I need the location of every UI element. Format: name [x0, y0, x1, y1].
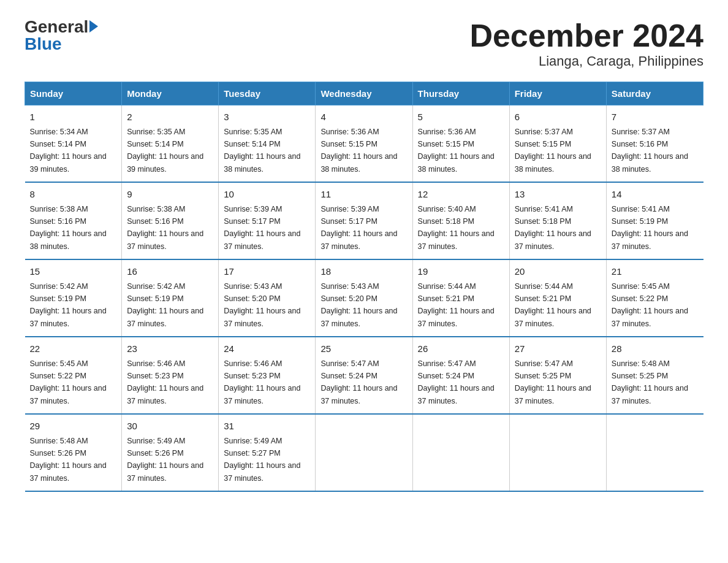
header-monday: Monday [122, 82, 219, 105]
logo: General Blue [25, 18, 98, 53]
day-info: Sunrise: 5:39 AMSunset: 5:17 PMDaylight:… [224, 205, 300, 251]
title-block: December 2024 Lianga, Caraga, Philippine… [469, 18, 703, 69]
calendar-cell [316, 414, 412, 491]
day-number: 23 [127, 342, 213, 356]
day-info: Sunrise: 5:42 AMSunset: 5:19 PMDaylight:… [30, 282, 107, 328]
calendar-cell: 9Sunrise: 5:38 AMSunset: 5:16 PMDaylight… [122, 182, 219, 259]
day-info: Sunrise: 5:36 AMSunset: 5:15 PMDaylight:… [320, 128, 397, 174]
calendar-cell [412, 414, 509, 491]
calendar-cell: 2Sunrise: 5:35 AMSunset: 5:14 PMDaylight… [122, 105, 219, 183]
week-row-4: 22Sunrise: 5:45 AMSunset: 5:22 PMDayligh… [25, 337, 703, 414]
calendar-cell: 13Sunrise: 5:41 AMSunset: 5:18 PMDayligh… [509, 182, 606, 259]
day-info: Sunrise: 5:47 AMSunset: 5:24 PMDaylight:… [320, 359, 397, 405]
day-info: Sunrise: 5:45 AMSunset: 5:22 PMDaylight:… [612, 282, 688, 328]
day-number: 30 [127, 419, 213, 434]
calendar-cell: 8Sunrise: 5:38 AMSunset: 5:16 PMDaylight… [25, 182, 122, 259]
logo-general: General [25, 18, 88, 36]
calendar-cell: 29Sunrise: 5:48 AMSunset: 5:26 PMDayligh… [25, 414, 122, 491]
day-info: Sunrise: 5:41 AMSunset: 5:18 PMDaylight:… [515, 205, 591, 251]
day-number: 31 [224, 419, 310, 434]
day-info: Sunrise: 5:47 AMSunset: 5:24 PMDaylight:… [418, 359, 495, 405]
calendar-cell: 28Sunrise: 5:48 AMSunset: 5:25 PMDayligh… [606, 337, 703, 414]
calendar-cell: 27Sunrise: 5:47 AMSunset: 5:25 PMDayligh… [509, 337, 606, 414]
day-info: Sunrise: 5:37 AMSunset: 5:15 PMDaylight:… [515, 128, 591, 174]
page-header: General Blue December 2024 Lianga, Carag… [25, 18, 703, 69]
day-number: 10 [224, 188, 310, 202]
header-friday: Friday [509, 82, 606, 105]
day-info: Sunrise: 5:44 AMSunset: 5:21 PMDaylight:… [418, 282, 495, 328]
calendar-cell: 18Sunrise: 5:43 AMSunset: 5:20 PMDayligh… [316, 259, 412, 337]
calendar-cell [606, 414, 703, 491]
week-row-2: 8Sunrise: 5:38 AMSunset: 5:16 PMDaylight… [25, 182, 703, 259]
day-number: 27 [515, 342, 601, 356]
day-number: 9 [127, 188, 213, 202]
calendar-subtitle: Lianga, Caraga, Philippines [469, 53, 703, 69]
calendar-cell: 14Sunrise: 5:41 AMSunset: 5:19 PMDayligh… [606, 182, 703, 259]
day-info: Sunrise: 5:38 AMSunset: 5:16 PMDaylight:… [30, 205, 107, 251]
day-number: 29 [30, 419, 117, 434]
day-info: Sunrise: 5:49 AMSunset: 5:26 PMDaylight:… [127, 437, 203, 483]
day-number: 7 [612, 110, 699, 124]
day-number: 8 [30, 188, 117, 202]
calendar-cell: 26Sunrise: 5:47 AMSunset: 5:24 PMDayligh… [412, 337, 509, 414]
day-number: 15 [30, 265, 117, 279]
day-info: Sunrise: 5:35 AMSunset: 5:14 PMDaylight:… [127, 128, 203, 174]
day-info: Sunrise: 5:46 AMSunset: 5:23 PMDaylight:… [224, 359, 300, 405]
day-number: 25 [320, 342, 407, 356]
calendar-cell: 25Sunrise: 5:47 AMSunset: 5:24 PMDayligh… [316, 337, 412, 414]
day-info: Sunrise: 5:35 AMSunset: 5:14 PMDaylight:… [224, 128, 300, 174]
day-info: Sunrise: 5:38 AMSunset: 5:16 PMDaylight:… [127, 205, 203, 251]
day-info: Sunrise: 5:40 AMSunset: 5:18 PMDaylight:… [418, 205, 495, 251]
day-number: 24 [224, 342, 310, 356]
week-row-3: 15Sunrise: 5:42 AMSunset: 5:19 PMDayligh… [25, 259, 703, 337]
header-saturday: Saturday [606, 82, 703, 105]
day-number: 17 [224, 265, 310, 279]
calendar-cell: 3Sunrise: 5:35 AMSunset: 5:14 PMDaylight… [219, 105, 316, 183]
calendar-cell: 20Sunrise: 5:44 AMSunset: 5:21 PMDayligh… [509, 259, 606, 337]
day-info: Sunrise: 5:46 AMSunset: 5:23 PMDaylight:… [127, 359, 203, 405]
week-row-1: 1Sunrise: 5:34 AMSunset: 5:14 PMDaylight… [25, 105, 703, 183]
day-number: 16 [127, 265, 213, 279]
day-info: Sunrise: 5:43 AMSunset: 5:20 PMDaylight:… [224, 282, 300, 328]
calendar-cell: 24Sunrise: 5:46 AMSunset: 5:23 PMDayligh… [219, 337, 316, 414]
header-sunday: Sunday [25, 82, 122, 105]
day-info: Sunrise: 5:44 AMSunset: 5:21 PMDaylight:… [515, 282, 591, 328]
day-number: 26 [418, 342, 504, 356]
calendar-header-row: SundayMondayTuesdayWednesdayThursdayFrid… [25, 82, 703, 105]
day-number: 6 [515, 110, 601, 124]
calendar-cell: 15Sunrise: 5:42 AMSunset: 5:19 PMDayligh… [25, 259, 122, 337]
day-info: Sunrise: 5:47 AMSunset: 5:25 PMDaylight:… [515, 359, 591, 405]
day-number: 21 [612, 265, 699, 279]
day-info: Sunrise: 5:48 AMSunset: 5:26 PMDaylight:… [30, 437, 107, 483]
day-info: Sunrise: 5:36 AMSunset: 5:15 PMDaylight:… [418, 128, 495, 174]
day-info: Sunrise: 5:42 AMSunset: 5:19 PMDaylight:… [127, 282, 203, 328]
calendar-cell: 19Sunrise: 5:44 AMSunset: 5:21 PMDayligh… [412, 259, 509, 337]
calendar-cell: 1Sunrise: 5:34 AMSunset: 5:14 PMDaylight… [25, 105, 122, 183]
day-number: 19 [418, 265, 504, 279]
day-number: 1 [30, 110, 117, 124]
calendar-cell: 7Sunrise: 5:37 AMSunset: 5:16 PMDaylight… [606, 105, 703, 183]
calendar-cell [509, 414, 606, 491]
calendar-cell: 22Sunrise: 5:45 AMSunset: 5:22 PMDayligh… [25, 337, 122, 414]
calendar-cell: 31Sunrise: 5:49 AMSunset: 5:27 PMDayligh… [219, 414, 316, 491]
day-info: Sunrise: 5:43 AMSunset: 5:20 PMDaylight:… [320, 282, 397, 328]
day-number: 13 [515, 188, 601, 202]
day-info: Sunrise: 5:48 AMSunset: 5:25 PMDaylight:… [612, 359, 688, 405]
header-thursday: Thursday [412, 82, 509, 105]
calendar-cell: 5Sunrise: 5:36 AMSunset: 5:15 PMDaylight… [412, 105, 509, 183]
calendar-cell: 6Sunrise: 5:37 AMSunset: 5:15 PMDaylight… [509, 105, 606, 183]
calendar-cell: 10Sunrise: 5:39 AMSunset: 5:17 PMDayligh… [219, 182, 316, 259]
calendar-cell: 12Sunrise: 5:40 AMSunset: 5:18 PMDayligh… [412, 182, 509, 259]
day-number: 22 [30, 342, 117, 356]
day-info: Sunrise: 5:45 AMSunset: 5:22 PMDaylight:… [30, 359, 107, 405]
day-number: 18 [320, 265, 407, 279]
day-info: Sunrise: 5:49 AMSunset: 5:27 PMDaylight:… [224, 437, 300, 483]
calendar-cell: 30Sunrise: 5:49 AMSunset: 5:26 PMDayligh… [122, 414, 219, 491]
header-tuesday: Tuesday [219, 82, 316, 105]
day-info: Sunrise: 5:34 AMSunset: 5:14 PMDaylight:… [30, 128, 107, 174]
calendar-cell: 23Sunrise: 5:46 AMSunset: 5:23 PMDayligh… [122, 337, 219, 414]
day-number: 3 [224, 110, 310, 124]
day-number: 14 [612, 188, 699, 202]
calendar-cell: 16Sunrise: 5:42 AMSunset: 5:19 PMDayligh… [122, 259, 219, 337]
calendar-cell: 4Sunrise: 5:36 AMSunset: 5:15 PMDaylight… [316, 105, 412, 183]
